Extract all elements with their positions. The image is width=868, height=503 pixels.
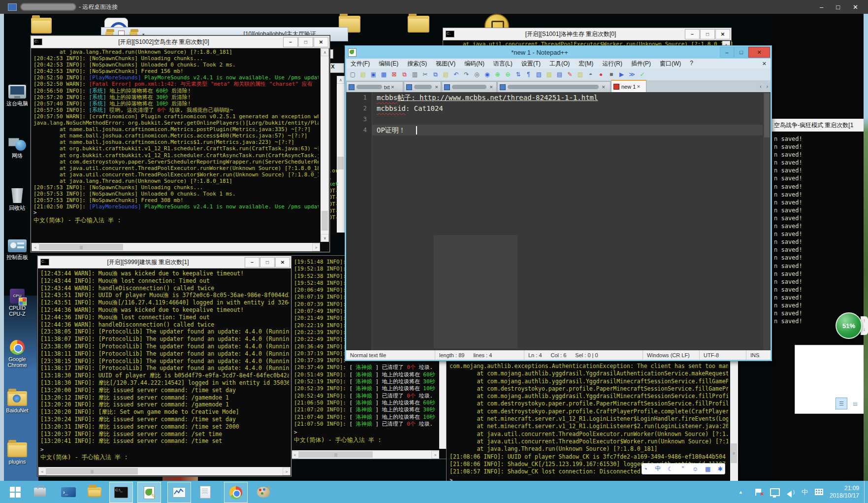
maximize-button[interactable]: □ [298, 37, 313, 47]
toolbar-icon[interactable]: ⇅ [514, 70, 523, 79]
tray-expand-icon[interactable]: ▲ [739, 490, 743, 495]
toolbar-icon[interactable]: ✎ [565, 70, 575, 79]
notepad-editor[interactable]: 1 2 3 4 mcbbs帖子: http://www.mcbbs.net/th… [346, 92, 771, 350]
minimize-button[interactable]: – [720, 47, 734, 58]
toolbar-icon[interactable]: ≫ [627, 70, 637, 79]
taskbar-notepad[interactable] [194, 482, 217, 502]
rdp-restore-button[interactable]: □ [836, 3, 840, 11]
tab-scroll-right-icon[interactable]: › [764, 84, 771, 89]
vertical-scrollbar[interactable]: ∧ ∨ [321, 48, 329, 242]
tab-censored-2[interactable]: ✕ [404, 81, 441, 92]
window-s1002[interactable]: [开启][S1002]空岛生存 重启次数[0] – □ ✕ at java.la… [31, 35, 330, 252]
window-s999-titlebar[interactable]: [开启][S999]建筑服 重启次数[1] – □ ✕ [38, 256, 291, 268]
menu-item[interactable]: 语言(L) [489, 60, 517, 68]
ime-language-indicator[interactable]: 中 [802, 488, 808, 497]
taskbar-server-manager[interactable] [29, 482, 51, 502]
toolbar-icon[interactable]: ▤ [441, 70, 450, 79]
tab-close-icon[interactable]: ✕ [602, 85, 606, 90]
toolbar-icon[interactable]: ☾ [667, 465, 674, 473]
taskbar-paint[interactable]: ✎ [252, 482, 275, 502]
toolbar-icon[interactable]: ▣ [369, 70, 378, 79]
window-s1002-titlebar[interactable]: [开启][S1002]空岛生存 重启次数[0] – □ ✕ [31, 36, 329, 48]
toolbar-icon[interactable]: ” [679, 465, 686, 473]
toolbar-icon[interactable]: ⊖ [503, 70, 513, 79]
toolbar-icon[interactable]: ▥ [410, 70, 419, 79]
tab-censored-1[interactable]: txt ✕ [346, 81, 403, 92]
desktop-icon-baidunet[interactable]: BaiduNet [3, 391, 32, 413]
window-s999[interactable]: [开启][S999]建筑服 重启次数[1] – □ ✕ [12:43:44 WA… [37, 256, 291, 476]
toolbar-icon[interactable]: ◓ [586, 70, 595, 79]
editor-vertical-scrollbar[interactable] [763, 92, 771, 350]
toolbar-icon[interactable]: ↷ [462, 70, 471, 79]
desktop-icon-cpuz[interactable]: CPU CPUID CPU-Z [3, 289, 32, 317]
taskbar-file-explorer[interactable] [83, 482, 106, 502]
toolbar-icon[interactable]: ■ [607, 70, 616, 79]
toolbar-icon[interactable]: ▢ [348, 70, 357, 79]
toolbar-icon[interactable]: ✱ [717, 465, 724, 473]
toolbar-icon[interactable]: ▤ [358, 70, 368, 79]
minimize-button[interactable]: – [283, 37, 298, 47]
desktop-icon-control-panel[interactable]: 控制面板 [3, 239, 32, 261]
tab-censored-3[interactable]: ✕ [442, 81, 497, 92]
taskbar-cmd[interactable]: C:\_ [109, 482, 133, 503]
menu-item[interactable]: 文件(F) [346, 60, 374, 68]
close-button[interactable]: ✕ [748, 47, 770, 58]
minimize-button[interactable]: – [685, 29, 700, 39]
toolbar-icon[interactable]: ◎ [472, 70, 482, 79]
menu-item[interactable]: 宏(M) [574, 60, 598, 68]
desktop-icon-network[interactable]: 网络 [3, 137, 32, 160]
view-list-button[interactable]: ☰ [836, 398, 847, 409]
menu-item[interactable]: 运行(R) [598, 60, 627, 68]
menu-item[interactable]: ? [685, 60, 698, 68]
toolbar-icon[interactable]: ⊕ [493, 70, 502, 79]
tab-close-icon[interactable]: ✕ [489, 85, 493, 90]
memory-ball-51[interactable]: 51% [836, 312, 862, 339]
toolbar-icon[interactable]: ◉ [482, 70, 492, 79]
action-center-flag-icon[interactable]: ✕ [755, 489, 763, 496]
minimize-button[interactable]: – [245, 257, 259, 268]
menu-item[interactable]: 编辑(E) [374, 60, 403, 68]
network-icon[interactable] [770, 488, 780, 496]
toolbar-icon[interactable]: ● [596, 70, 606, 79]
menu-item[interactable]: 编码(N) [460, 60, 489, 68]
close-button[interactable]: ✕ [275, 257, 290, 268]
maximize-button[interactable]: □ [260, 257, 275, 268]
menu-item[interactable]: 窗口(W) [655, 60, 685, 68]
window-s1001-titlebar[interactable]: [开启][S1001]洛神生存 重启次数[0] – □ ✕ [443, 28, 731, 40]
horizontal-scrollbar[interactable]: < ||| > [291, 450, 439, 459]
toolbar-icon[interactable]: ▨ [545, 70, 554, 79]
view-details-button[interactable]: ▤ [850, 400, 860, 408]
toolbar-icon[interactable]: ¶ [524, 70, 533, 79]
menu-item[interactable]: 视图(V) [431, 60, 460, 68]
window-notepad-plus-plus[interactable]: *new 1 - Notepad++ – □ ✕ 文件(F)编辑(E)搜索(S)… [345, 45, 772, 361]
close-button[interactable]: ✕ [314, 37, 328, 47]
toolbar-icon[interactable]: ◔ [642, 465, 649, 473]
desktop-icon-recycle-bin[interactable]: 回收站 [3, 188, 32, 212]
close-button[interactable]: ✕ [715, 29, 730, 39]
taskbar-powershell[interactable]: ›_ [57, 482, 80, 502]
tab-close-icon[interactable]: ✕ [637, 84, 641, 89]
toolbar-icon[interactable]: ⧉ [431, 70, 440, 79]
rdp-connection-bar[interactable]: - 远程桌面连接 – □ ✕ [0, 0, 868, 14]
toolbar-icon[interactable]: ▥ [576, 70, 585, 79]
ime-toolbar[interactable]: ◔中☾”☺▦✱ [642, 463, 725, 474]
window-skywar[interactable]: 空岛战争-疯狂模式 重启次数[1 n saved!n saved!n saved… [771, 14, 864, 481]
desktop-folder-icon[interactable] [408, 16, 429, 33]
tab-scroll-left-icon[interactable]: ‹ [757, 84, 764, 89]
taskbar-notepad-plus-plus[interactable]: ✎ [137, 482, 161, 503]
toolbar-icon[interactable]: ⊠ [389, 70, 399, 79]
desktop-icon-plugins[interactable]: plugins [3, 442, 32, 465]
toolbar-icon[interactable]: ▦ [704, 465, 711, 473]
tray-clock[interactable]: 21:09 2018/10/17 [830, 485, 859, 500]
toolbar-icon[interactable]: ⧉ [400, 70, 409, 79]
horizontal-scr ollbar[interactable]: < ||| > [32, 243, 320, 251]
toolbar-icon[interactable]: 中 [654, 465, 661, 473]
toolbar-icon[interactable]: ✂ [420, 70, 430, 79]
toolbar-icon[interactable]: ☺ [692, 465, 699, 473]
desktop-icon-chrome[interactable]: Google Chrome [3, 340, 32, 368]
menu-item[interactable]: 搜索(S) [403, 60, 431, 68]
toolbar-icon[interactable]: ▧ [534, 70, 544, 79]
toolbar-icon[interactable]: ▦ [379, 70, 388, 79]
taskbar-perfmon[interactable] [167, 482, 191, 503]
toolbar-icon[interactable]: ▶ [617, 70, 626, 79]
